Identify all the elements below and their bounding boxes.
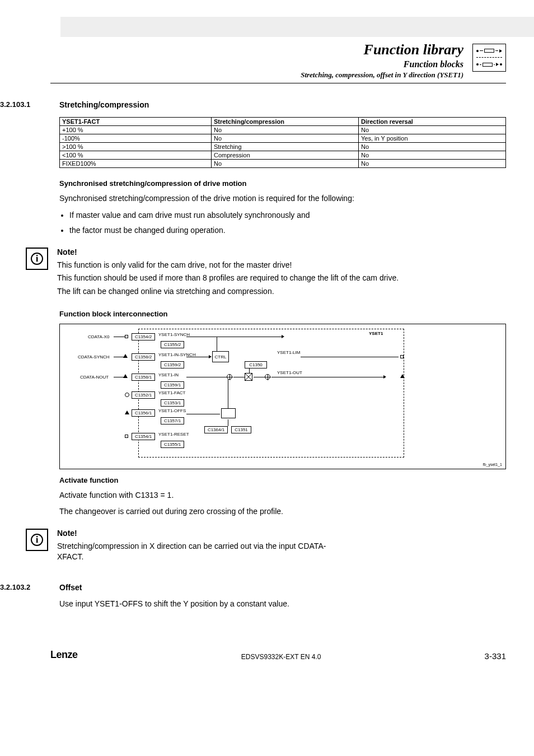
diagram-label: C1364/1: [204, 426, 228, 433]
section-title: Stretching/compression: [59, 100, 506, 109]
diagram-label: YSET1-SYNCH: [158, 332, 190, 337]
list-item: the factor must be changed during operat…: [69, 225, 506, 236]
diagram-label: C1359/1: [161, 381, 184, 389]
diagram-label: CDATA-NOUT: [80, 375, 109, 380]
section-offset: 3.2.103.2 Offset Use input YSET1-OFFS to…: [50, 583, 506, 615]
table-row: -100% No Yes, in Y position: [60, 134, 506, 143]
doc-id: EDSVS9332K-EXT EN 4.0: [241, 653, 321, 661]
table-header: Stretching/compression: [211, 118, 358, 126]
note-title: Note!: [57, 248, 399, 256]
table-cell: No: [358, 126, 505, 134]
diagram-label: YSET1-OUT: [277, 370, 302, 375]
diagram-label: C1359/2: [161, 361, 184, 368]
table-cell: No: [211, 160, 358, 168]
note-text: Stretching/compression in X direction ca…: [57, 541, 337, 563]
table-cell: +100 %: [60, 126, 212, 134]
diagram-label: YSET1-OFFS: [158, 408, 186, 413]
page-number: 3-331: [485, 651, 506, 661]
table-row: <100 % Compression No: [60, 151, 506, 160]
table-cell: No: [358, 151, 505, 160]
info-icon: i: [26, 248, 48, 270]
table-cell: -100%: [60, 134, 212, 143]
header-subtitle: Function blocks: [50, 59, 463, 69]
note-text: The lift can be changed online via stret…: [57, 286, 399, 297]
diagram-title: YSET1: [369, 331, 383, 336]
table-header: Direction reversal: [358, 118, 505, 126]
diagram-label: C1357/1: [161, 417, 184, 424]
diagram-label: CDATA-SYNCH: [78, 354, 110, 360]
brand-logo: Lenze: [50, 649, 78, 661]
table-cell: No: [358, 160, 505, 168]
table-cell: <100 %: [60, 151, 212, 160]
diagram-label: C1356/1: [132, 409, 155, 417]
table-cell: No: [211, 126, 358, 134]
header-subtitle2: Stretching, compression, offset in Y dir…: [50, 71, 463, 80]
offset-text: Use input YSET1-OFFS to shift the Y posi…: [59, 599, 506, 610]
diagram-label: YSET1-IN: [158, 372, 179, 377]
activate-text: Activate function with C1313 = 1.: [59, 490, 506, 501]
diagram-label: C1354/1: [132, 433, 155, 440]
diagram-label: CTRL: [212, 351, 229, 362]
info-icon: i: [26, 529, 48, 551]
table-cell: Compression: [211, 151, 358, 160]
function-block-icon: [472, 44, 506, 72]
table-cell: FIXED100%: [60, 160, 212, 168]
table-cell: Yes, in Y position: [358, 134, 505, 143]
activate-text: The changeover is carried out during zer…: [59, 506, 506, 517]
note-text: This function is only valid for the cam …: [57, 260, 399, 271]
interconnection-diagram: YSET1 CDATA-X0 C1354/2 YSET1-SYNCH C1355…: [59, 324, 506, 469]
table-header: YSET1-FACT: [60, 118, 212, 126]
page-header: Function library Function blocks Stretch…: [50, 41, 506, 83]
fact-table: YSET1-FACT Stretching/compression Direct…: [59, 117, 506, 168]
diagram-label: C1355/1: [161, 441, 184, 448]
sync-heading: Synchronised stretching/compression of d…: [59, 179, 506, 188]
section-title: Offset: [59, 583, 506, 592]
table-cell: Stretching: [211, 143, 358, 151]
diagram-caption: fb_yset1_1: [483, 463, 502, 466]
list-item: If master value and cam drive must run a…: [69, 210, 506, 221]
page-footer: Lenze EDSVS9332K-EXT EN 4.0 3-331: [50, 649, 506, 661]
interconnection-heading: Function block interconnection: [59, 310, 506, 318]
table-cell: No: [211, 134, 358, 143]
table-row: >100 % Stretching No: [60, 143, 506, 151]
diagram-label: C1353/1: [161, 399, 184, 407]
diagram-label: C1358/1: [132, 374, 155, 381]
section-stretching: 3.2.103.1 Stretching/compression YSET1-F…: [50, 100, 506, 575]
diagram-label: YSET1-LIM: [277, 350, 300, 355]
diagram-label: YSET1-FACT: [158, 390, 185, 395]
header-title: Function library: [50, 41, 463, 58]
note-text: This function should be used if more tha…: [57, 273, 399, 284]
table-cell: >100 %: [60, 143, 212, 151]
diagram-label: C1354/2: [132, 333, 155, 340]
sync-text: Synchronised stretching/compression of t…: [59, 193, 506, 204]
diagram-label: CDATA-X0: [88, 334, 109, 339]
table-row: +100 % No No: [60, 126, 506, 134]
section-number: 3.2.103.2: [0, 583, 50, 615]
note-title: Note!: [57, 529, 337, 538]
diagram-label: YSET1-RESET: [158, 432, 189, 437]
diagram-label: C1350: [245, 361, 267, 368]
diagram-label: C1358/2: [132, 353, 155, 361]
diagram-label: C1351: [231, 426, 251, 433]
section-number: 3.2.103.1: [0, 100, 50, 575]
table-cell: No: [358, 143, 505, 151]
table-row: FIXED100% No No: [60, 160, 506, 168]
page-topbar: [60, 17, 534, 37]
diagram-label: C1352/1: [132, 391, 155, 399]
activate-heading: Activate function: [59, 476, 506, 484]
diagram-label: C1355/2: [161, 341, 184, 348]
